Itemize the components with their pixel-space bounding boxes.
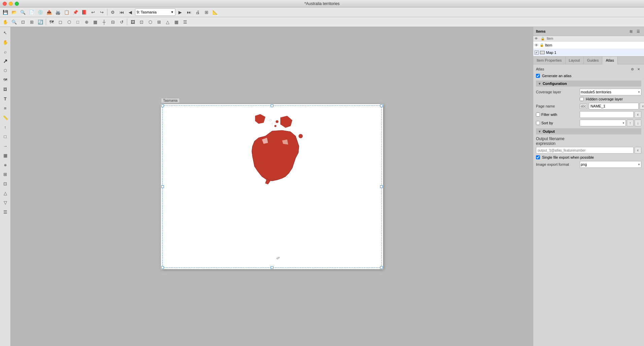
coverage-layer-select[interactable]: module5 territories [580, 89, 641, 95]
align-tool[interactable]: ☰ [1, 208, 10, 216]
node-edit-tool[interactable]: ⬡ [1, 66, 10, 75]
add-arrow-tool[interactable]: → [1, 141, 10, 150]
zoom-full-button[interactable]: 🔍 [19, 8, 27, 16]
pdf-button[interactable]: 📕 [80, 8, 88, 16]
raise2-button[interactable]: △ [164, 18, 172, 26]
add-items-button[interactable]: 🖼 [129, 18, 137, 26]
sort-asc-button[interactable]: ↑ [627, 120, 634, 126]
add-table-tool[interactable]: ▦ [1, 151, 10, 160]
add-label2-button[interactable]: ⊡ [137, 18, 145, 26]
zoom-tool[interactable]: ⌕ [1, 47, 10, 56]
tab-item-properties[interactable]: Item Properties [533, 57, 566, 64]
add-northarrow-tool[interactable]: ↑ [1, 123, 10, 131]
ungroup-tool[interactable]: ⊡ [1, 179, 10, 188]
filter-with-input[interactable] [580, 111, 634, 118]
sort-by-select[interactable] [580, 120, 626, 126]
add-picture-tool[interactable]: 🖼 [1, 85, 10, 94]
undo-button[interactable]: ↩ [89, 8, 97, 16]
paste-button[interactable]: 📌 [71, 8, 79, 16]
raise-tool[interactable]: △ [1, 189, 10, 197]
export-button[interactable]: 📤 [45, 8, 53, 16]
last-feature-button[interactable]: ⏭ [185, 8, 193, 16]
next-feature-button[interactable]: ▶ [176, 8, 184, 16]
arrow-select-tool[interactable]: ↗ [1, 57, 10, 65]
tab-atlas[interactable]: Atlas [602, 57, 617, 64]
sort-by-checkbox[interactable] [536, 121, 540, 125]
map1-checkbox[interactable]: ✓ [535, 51, 539, 55]
hidden-coverage-checkbox[interactable] [580, 97, 584, 101]
zoom-100-button[interactable]: ⊞ [28, 18, 36, 26]
save-button[interactable]: 💾 [1, 8, 9, 16]
copy-button[interactable]: 📋 [63, 8, 71, 16]
item-visibility-eye[interactable]: 👁 [535, 43, 538, 47]
map-page[interactable]: Tasmania [161, 104, 383, 269]
item-lock-icon[interactable]: 🔒 [540, 43, 544, 47]
items-menu-button[interactable]: ☰ [635, 28, 641, 34]
single-file-checkbox[interactable] [536, 155, 540, 159]
export-atlas-button[interactable]: ⊞ [202, 8, 210, 16]
output-section-header[interactable]: ▼ Output [536, 128, 641, 134]
refresh-button[interactable]: 🔄 [36, 18, 44, 26]
add-label-tool[interactable]: T [1, 94, 10, 103]
prev-feature-button[interactable]: ◀ [126, 8, 134, 16]
hand-tool-button[interactable]: ✋ [1, 18, 9, 26]
atlas-tools-button[interactable]: 🗺 [47, 18, 56, 26]
align2-button[interactable]: ☰ [181, 18, 189, 26]
atlas-config-button[interactable]: 📐 [211, 8, 219, 16]
add-map-tool[interactable]: 🗺 [1, 75, 10, 84]
lower-tool[interactable]: ▽ [1, 198, 10, 207]
atlas-refresh2-button[interactable]: ↺ [117, 18, 126, 26]
item-row-map1[interactable]: ✓ Map 1 [533, 49, 644, 56]
select-tool[interactable]: ↖ [1, 28, 10, 37]
tab-layout[interactable]: Layout [566, 57, 584, 64]
add-map-button2[interactable]: □ [74, 18, 82, 26]
configuration-section-header[interactable]: ▼ Configuration [536, 81, 641, 87]
filter-expr-button[interactable]: ε [635, 111, 641, 118]
atlas-close-button[interactable]: ✕ [636, 66, 641, 72]
canvas-area[interactable]: Tasmania [11, 27, 533, 346]
tab-guides[interactable]: Guides [584, 57, 603, 64]
atlas-nav-button[interactable]: ⬡ [65, 18, 73, 26]
open-button[interactable]: 📂 [10, 8, 18, 16]
add-shape2-button[interactable]: ⬡ [146, 18, 154, 26]
first-feature-button[interactable]: ⏮ [117, 8, 126, 16]
new-button[interactable]: 📄 [28, 8, 36, 16]
close-button[interactable] [3, 2, 7, 6]
smart-guides-button[interactable]: ⊟ [109, 18, 117, 26]
feature-dropdown[interactable]: 9: Tasmania ▼ [135, 8, 175, 16]
print-atlas-button[interactable]: 🖨 [194, 8, 202, 16]
group2-button[interactable]: ⊞ [155, 18, 163, 26]
atlas-settings-button[interactable]: ⚙ [109, 8, 117, 16]
print-button[interactable]: 🖨️ [54, 8, 62, 16]
zoom-fit-button[interactable]: ⊡ [19, 18, 27, 26]
select-items-button[interactable]: ◻ [56, 18, 64, 26]
zoom-in-button[interactable]: 🔍 [10, 18, 18, 26]
output-filename-input[interactable] [536, 147, 634, 154]
add-scalebar-tool[interactable]: 📏 [1, 113, 10, 122]
add-shape-tool[interactable]: □ [1, 132, 10, 141]
item-row-item[interactable]: 👁 🔒 Item [533, 41, 644, 49]
page-name-input[interactable] [589, 103, 639, 109]
redo-button[interactable]: ↪ [98, 8, 106, 16]
grid-button[interactable]: ▦ [91, 18, 99, 26]
add-legend-tool[interactable]: ≡ [1, 104, 10, 113]
minimize-button[interactable] [9, 2, 13, 6]
guides-button[interactable]: ┼ [100, 18, 108, 26]
filter-with-checkbox[interactable] [536, 113, 540, 117]
add-html-tool[interactable]: ⎈ [1, 160, 10, 169]
image-format-select[interactable]: png [580, 161, 641, 168]
maximize-button[interactable] [15, 2, 19, 6]
page-name-expr-button[interactable]: ε [640, 103, 644, 109]
lower2-button[interactable]: ▦ [172, 18, 180, 26]
items-filter-button[interactable]: ⊞ [628, 28, 634, 34]
pan-tool[interactable]: ✋ [1, 38, 10, 46]
snap-button[interactable]: ⊕ [82, 18, 91, 26]
toolbar-separator [107, 9, 107, 15]
sort-desc-button[interactable]: ↓ [635, 120, 641, 126]
group-tool[interactable]: ⊞ [1, 170, 10, 179]
output-filename-expr-button[interactable]: ε [635, 147, 641, 154]
save-as-button[interactable]: 💿 [36, 8, 44, 16]
hidden-coverage-row: Hidden coverage layer [536, 97, 641, 101]
generate-atlas-checkbox[interactable] [536, 74, 540, 78]
atlas-settings2-button[interactable]: ⚙ [630, 66, 635, 72]
